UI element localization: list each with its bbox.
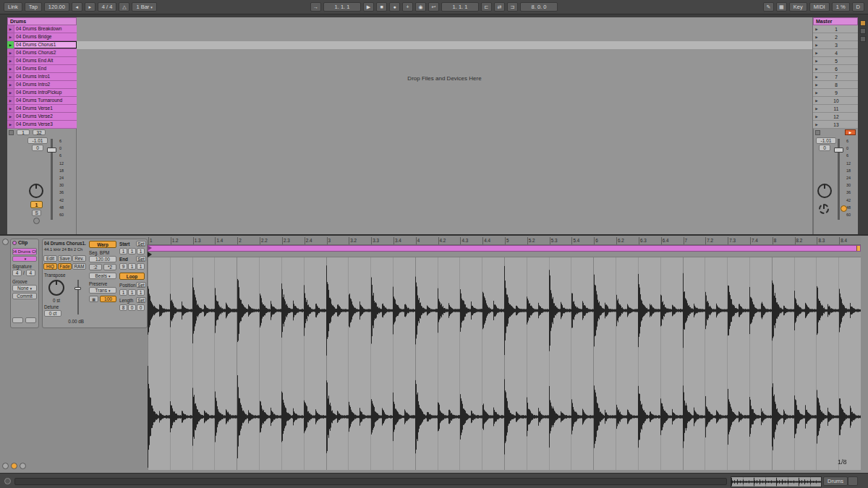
volume-fader-handle[interactable] — [47, 147, 56, 153]
solo-button[interactable]: S — [32, 210, 41, 216]
master-volume-fader-handle[interactable] — [834, 147, 843, 153]
master-pan-knob[interactable] — [817, 184, 832, 198]
clip-launch-icon[interactable]: ▶ — [7, 113, 14, 120]
fade-button[interactable]: Fade — [58, 263, 72, 270]
clip-slot[interactable]: ▶04 Drums Intro2 — [7, 81, 77, 89]
nudge-down-icon[interactable]: ◂ — [72, 2, 82, 12]
clip-launch-icon[interactable]: ▶ — [7, 97, 14, 104]
transient-resolution-field[interactable]: 100 — [100, 296, 116, 302]
clip-gain-handle[interactable] — [75, 287, 81, 290]
scene-slot[interactable]: ▶12 — [813, 113, 858, 121]
seg-bpm-field[interactable]: 120.00 — [89, 256, 116, 262]
position-beat-field[interactable]: 1 — [128, 289, 136, 296]
position-bar-field[interactable]: 1 — [119, 289, 127, 296]
tempo-display[interactable]: 120.00 — [44, 2, 69, 12]
link-button[interactable]: Link — [4, 2, 22, 12]
warp-mode-chooser[interactable]: Beats — [89, 273, 116, 279]
arm-button[interactable] — [33, 218, 40, 224]
clip-slot[interactable]: ▶04 Drums Breakdown — [7, 25, 77, 33]
nudge-back-button[interactable] — [12, 317, 23, 323]
nudge-forward-button[interactable] — [25, 317, 36, 323]
scene-launch-icon[interactable]: ▶ — [813, 27, 820, 31]
tap-tempo-button[interactable]: Tap — [25, 2, 42, 12]
scene-launch-icon[interactable]: ▶ — [813, 43, 820, 47]
end-beat-field[interactable]: 1 — [128, 263, 136, 270]
clip-slot[interactable]: ▶04 Drums End Alt — [7, 57, 77, 65]
scene-slot[interactable]: ▶9 — [813, 89, 858, 97]
automation-arm-icon[interactable]: ◉ — [415, 2, 426, 12]
length-set-button[interactable]: Set — [136, 297, 146, 303]
transpose-knob[interactable] — [48, 280, 64, 296]
scene-slot[interactable]: ▶3 — [813, 41, 858, 49]
clip-slot[interactable]: ▶04 Drums Chorus1 — [7, 41, 77, 49]
signature-numerator-field[interactable]: 4 — [12, 270, 22, 276]
ram-button[interactable]: RAM — [72, 263, 86, 270]
master-delay-field[interactable]: -1.01 — [816, 137, 836, 144]
scene-slot[interactable]: ▶7 — [813, 73, 858, 81]
grid-mode-icon[interactable]: ▦ — [89, 296, 98, 302]
loop-length-display[interactable]: 8. 0. 0 — [520, 2, 558, 12]
clip-gain-slider[interactable] — [77, 280, 79, 314]
length-bar-field[interactable]: 8 — [119, 304, 127, 311]
clip-color-chooser[interactable] — [12, 256, 37, 262]
clip-slot[interactable]: ▶04 Drums Turnaround — [7, 97, 77, 105]
envelope-box-toggle-icon[interactable] — [11, 463, 17, 469]
sends-section-toggle-icon[interactable] — [860, 28, 866, 34]
scene-launch-icon[interactable]: ▶ — [813, 67, 820, 71]
scene-slot[interactable]: ▶8 — [813, 81, 858, 89]
loop-button[interactable]: Loop — [119, 273, 145, 280]
clip-stop-button[interactable] — [9, 130, 14, 135]
scene-launch-icon[interactable]: ▶ — [813, 91, 820, 95]
end-bar-field[interactable]: 9 — [119, 263, 127, 270]
clip-slot[interactable]: ▶04 Drums Chorus2 — [7, 49, 77, 57]
edit-button[interactable]: Edit — [43, 255, 57, 262]
track-header[interactable]: Drums — [7, 17, 77, 25]
clip-launch-icon[interactable]: ▶ — [7, 73, 14, 80]
output-channel-display[interactable]: 32 — [33, 129, 46, 135]
punch-out-icon[interactable]: ⊐ — [507, 2, 518, 12]
clip-launch-icon[interactable]: ▶ — [7, 81, 14, 88]
stop-all-clips-button[interactable] — [815, 130, 820, 135]
clip-box-toggle-icon[interactable] — [2, 463, 9, 469]
length-sixteenth-field[interactable]: 0 — [137, 304, 145, 311]
loop-brace[interactable] — [148, 245, 861, 252]
track-delay2-field[interactable]: 0 — [32, 145, 43, 151]
clip-playing-icon[interactable]: ▶ — [7, 41, 14, 48]
current-track-indicator[interactable]: Drums — [823, 476, 848, 486]
length-beat-field[interactable]: 0 — [128, 304, 136, 311]
follow-icon[interactable]: → — [310, 2, 321, 12]
clip-slot[interactable]: ▶04 Drums Verse1 — [7, 105, 77, 113]
clip-launch-icon[interactable]: ▶ — [7, 33, 14, 40]
scene-launch-icon[interactable]: ▶ — [813, 75, 820, 79]
clip-launch-icon[interactable]: ▶ — [7, 121, 14, 128]
clip-slot[interactable]: ▶04 Drums End — [7, 65, 77, 73]
master-delay2-field[interactable]: 0 — [819, 145, 830, 151]
arrangement-position-display[interactable]: 1. 1. 1 — [323, 2, 361, 12]
clip-slot[interactable]: ▶04 Drums IntroPickup — [7, 89, 77, 97]
scene-slot[interactable]: ▶10 — [813, 97, 858, 105]
commit-groove-button[interactable]: Commit — [12, 293, 37, 299]
clip-launch-icon[interactable]: ▶ — [7, 65, 14, 72]
save-button[interactable]: Save — [58, 255, 72, 262]
scene-slot[interactable]: ▶11 — [813, 105, 858, 113]
clip-slot[interactable]: ▶04 Drums Bridge — [7, 33, 77, 41]
stop-button[interactable]: ■ — [376, 2, 387, 12]
record-button[interactable]: ● — [389, 2, 400, 12]
metronome-icon[interactable]: △ — [119, 2, 129, 12]
scene-launch-icon[interactable]: ▶ — [813, 59, 820, 63]
half-tempo-button[interactable]: :2 — [89, 264, 102, 270]
clip-launch-icon[interactable]: ▶ — [7, 25, 14, 33]
key-map-button[interactable]: Key — [789, 2, 807, 12]
scene-launch-icon[interactable]: ▶ — [813, 35, 820, 39]
scene-launch-icon[interactable]: ▶ — [813, 99, 820, 103]
computer-midi-keyboard-icon[interactable]: ▦ — [776, 2, 787, 12]
clip-slot[interactable]: ▶04 Drums Intro1 — [7, 73, 77, 81]
marker-strip[interactable] — [148, 252, 861, 257]
loop-start-display[interactable]: 1. 1. 1 — [441, 2, 479, 12]
pan-knob[interactable] — [29, 184, 43, 198]
io-section-toggle-icon[interactable] — [860, 20, 866, 26]
play-button[interactable]: ▶ — [363, 2, 374, 12]
input-channel-display[interactable]: 1 — [17, 129, 30, 135]
mixer-section-toggle-icon[interactable] — [860, 36, 866, 42]
scene-slot[interactable]: ▶4 — [813, 49, 858, 57]
